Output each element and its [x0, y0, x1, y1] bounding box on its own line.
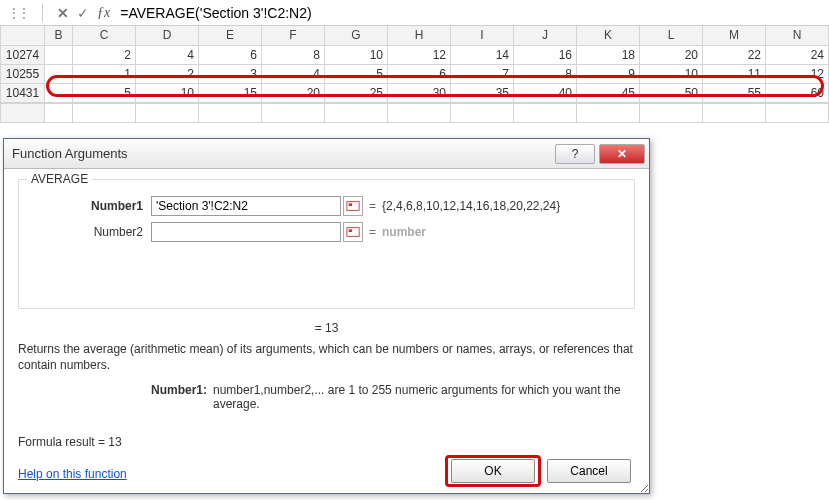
cell[interactable]: 8 — [262, 45, 325, 64]
cell[interactable]: 45 — [577, 83, 640, 102]
cell[interactable]: 22 — [703, 45, 766, 64]
cell[interactable]: 12 — [388, 45, 451, 64]
equals-label: = — [369, 199, 376, 213]
arg-label: Number1 — [31, 199, 151, 213]
formula-input[interactable] — [110, 3, 829, 23]
function-description: Returns the average (arithmetic mean) of… — [18, 341, 635, 373]
cell[interactable]: 11 — [703, 64, 766, 83]
col-header[interactable]: J — [514, 26, 577, 45]
arg-preview: number — [382, 225, 426, 239]
col-header[interactable]: D — [136, 26, 199, 45]
cell[interactable]: 4 — [262, 64, 325, 83]
row-header[interactable]: 10431 — [1, 83, 45, 102]
cell[interactable]: 25 — [325, 83, 388, 102]
col-header[interactable]: C — [73, 26, 136, 45]
col-header[interactable]: L — [640, 26, 703, 45]
cell[interactable]: 3 — [199, 64, 262, 83]
cell[interactable]: 24 — [766, 45, 829, 64]
spreadsheet-grid[interactable]: B C D E F G H I J K L M N 10274246810121… — [0, 26, 829, 103]
cell[interactable]: 7 — [451, 64, 514, 83]
close-icon[interactable]: ✕ — [599, 144, 645, 164]
cell[interactable]: 6 — [199, 45, 262, 64]
col-header[interactable]: F — [262, 26, 325, 45]
cell[interactable]: 8 — [514, 64, 577, 83]
cell[interactable]: 55 — [703, 83, 766, 102]
cell[interactable]: 18 — [577, 45, 640, 64]
column-headers: B C D E F G H I J K L M N — [1, 26, 829, 45]
col-header[interactable]: B — [45, 26, 73, 45]
col-header[interactable]: K — [577, 26, 640, 45]
svg-rect-3 — [349, 229, 353, 232]
cell[interactable]: 16 — [514, 45, 577, 64]
table-row[interactable]: 1043151015202530354045505560 — [1, 83, 829, 102]
range-select-icon[interactable] — [343, 196, 363, 216]
function-arguments-dialog: Function Arguments ? ✕ AVERAGE Number1={… — [3, 138, 650, 494]
cell[interactable]: 30 — [388, 83, 451, 102]
cell[interactable]: 20 — [640, 45, 703, 64]
arg-input[interactable] — [151, 222, 341, 242]
function-name-label: AVERAGE — [27, 172, 92, 186]
cell[interactable]: 1 — [73, 64, 136, 83]
cell[interactable]: 10 — [136, 83, 199, 102]
arg-input[interactable] — [151, 196, 341, 216]
formula-bar-icons: ⋮⋮ ✕ ✓ ƒx — [8, 4, 110, 22]
cell[interactable]: 2 — [73, 45, 136, 64]
cell[interactable]: 5 — [325, 64, 388, 83]
corner-cell — [1, 26, 45, 45]
dots-icon: ⋮⋮ — [8, 6, 28, 20]
result-equals: = 13 — [18, 321, 635, 335]
cancel-formula-icon[interactable]: ✕ — [57, 5, 69, 21]
dialog-titlebar[interactable]: Function Arguments ? ✕ — [4, 139, 649, 169]
cell[interactable]: 40 — [514, 83, 577, 102]
cell[interactable]: 60 — [766, 83, 829, 102]
table-row[interactable]: 1027424681012141618202224 — [1, 45, 829, 64]
svg-rect-1 — [349, 203, 353, 206]
cell[interactable]: 4 — [136, 45, 199, 64]
divider — [42, 4, 43, 22]
col-header[interactable]: G — [325, 26, 388, 45]
cell[interactable]: 12 — [766, 64, 829, 83]
cell[interactable]: 50 — [640, 83, 703, 102]
cell[interactable]: 6 — [388, 64, 451, 83]
arg-detail-text: number1,number2,... are 1 to 255 numeric… — [213, 383, 635, 411]
formula-result: Formula result = 13 — [18, 435, 122, 449]
fx-icon[interactable]: ƒx — [97, 5, 110, 21]
col-header[interactable]: N — [766, 26, 829, 45]
col-header[interactable]: E — [199, 26, 262, 45]
arg-detail-label: Number1: — [18, 383, 213, 411]
dialog-title: Function Arguments — [12, 146, 128, 161]
arg-row: Number1={2,4,6,8,10,12,14,16,18,20,22,24… — [31, 196, 622, 216]
equals-label: = — [369, 225, 376, 239]
arg-preview: {2,4,6,8,10,12,14,16,18,20,22,24} — [382, 199, 560, 213]
ok-button[interactable]: OK — [451, 459, 535, 483]
cell[interactable]: 2 — [136, 64, 199, 83]
range-select-icon[interactable] — [343, 222, 363, 242]
col-header[interactable]: M — [703, 26, 766, 45]
arg-row: Number2=number — [31, 222, 622, 242]
cell[interactable]: 10 — [640, 64, 703, 83]
cell[interactable]: 10 — [325, 45, 388, 64]
help-link[interactable]: Help on this function — [18, 467, 127, 481]
formula-bar: ⋮⋮ ✕ ✓ ƒx — [0, 0, 829, 26]
cell[interactable]: 15 — [199, 83, 262, 102]
row-header[interactable]: 10274 — [1, 45, 45, 64]
cell[interactable]: 35 — [451, 83, 514, 102]
cancel-button[interactable]: Cancel — [547, 459, 631, 483]
cell[interactable]: 14 — [451, 45, 514, 64]
row-header[interactable]: 10255 — [1, 64, 45, 83]
col-header[interactable]: I — [451, 26, 514, 45]
enter-formula-icon[interactable]: ✓ — [77, 5, 89, 21]
table-row[interactable]: 10255123456789101112 — [1, 64, 829, 83]
cell[interactable]: 9 — [577, 64, 640, 83]
cell[interactable]: 20 — [262, 83, 325, 102]
cell[interactable]: 5 — [73, 83, 136, 102]
col-header[interactable]: H — [388, 26, 451, 45]
arg-label: Number2 — [31, 225, 151, 239]
help-icon[interactable]: ? — [555, 144, 595, 164]
